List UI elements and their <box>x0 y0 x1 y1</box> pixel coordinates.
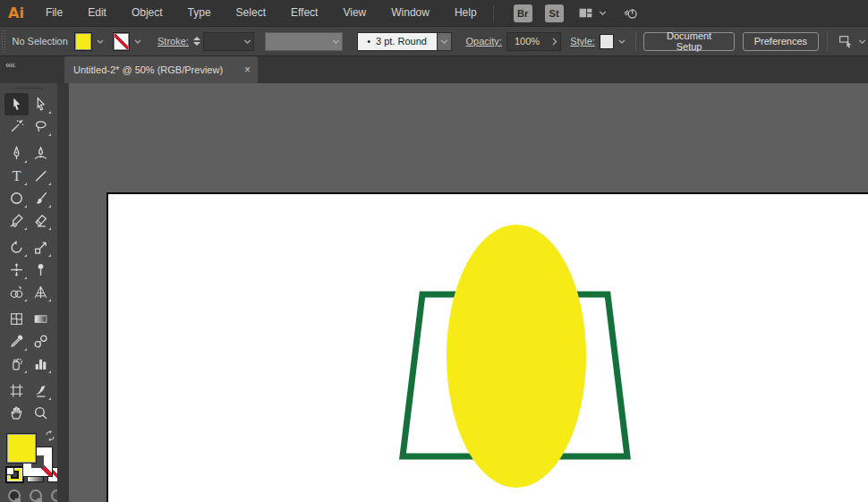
document-setup-button[interactable]: Document Setup <box>643 32 734 51</box>
tool-lasso[interactable] <box>29 115 53 138</box>
flyout-indicator <box>48 183 51 185</box>
curvature-icon <box>33 146 48 161</box>
tool-eyedropper[interactable] <box>4 330 29 353</box>
fill-color-swatch[interactable] <box>74 32 91 51</box>
tool-magic-wand[interactable] <box>4 115 29 138</box>
panel-switch-button[interactable] <box>838 34 868 49</box>
menu-file[interactable]: File <box>33 0 75 26</box>
tool-rotate[interactable] <box>4 236 29 259</box>
tool-width[interactable] <box>4 259 29 281</box>
tool-selection[interactable] <box>4 93 29 115</box>
collapse-panel-icon[interactable]: «« <box>5 59 14 70</box>
perspective-grid-icon <box>33 285 48 300</box>
fill-swatch[interactable] <box>6 433 37 464</box>
default-fill-stroke-icon[interactable] <box>6 467 21 480</box>
stock-button[interactable]: St <box>545 4 564 22</box>
menu-effect[interactable]: Effect <box>278 0 330 26</box>
tool-paintbrush[interactable] <box>29 187 53 209</box>
panel-switch-icon <box>838 34 854 49</box>
tool-puppet-warp[interactable] <box>29 259 53 281</box>
tool-curvature[interactable] <box>29 142 53 165</box>
tab-close-icon[interactable]: × <box>244 64 251 76</box>
control-bar: No Selection Stroke: • 3 pt. Round Opa <box>0 26 868 56</box>
chevron-down-icon[interactable] <box>95 36 106 47</box>
stepper-down-icon[interactable] <box>193 42 200 46</box>
menu-edit[interactable]: Edit <box>75 0 119 26</box>
flyout-indicator <box>48 133 51 136</box>
magic-wand-icon <box>9 119 24 134</box>
tool-type[interactable] <box>4 165 29 187</box>
width-icon <box>9 262 24 277</box>
tool-gradient[interactable] <box>29 308 53 330</box>
tool-perspective-grid[interactable] <box>29 281 53 303</box>
canvas[interactable] <box>69 83 868 502</box>
tool-blend[interactable] <box>29 330 53 353</box>
swap-fill-stroke-icon[interactable] <box>44 430 56 442</box>
tool-line-segment[interactable] <box>29 165 53 187</box>
tool-shape-builder[interactable] <box>4 281 29 303</box>
workspace-switcher[interactable] <box>578 5 608 21</box>
tool-hand[interactable] <box>4 402 29 424</box>
chevron-down-icon[interactable] <box>617 36 627 47</box>
opacity-label[interactable]: Opacity: <box>466 36 502 47</box>
flyout-indicator <box>48 205 51 208</box>
draw-normal-button[interactable] <box>8 489 21 502</box>
opacity-field[interactable]: 100% <box>506 32 561 51</box>
tool-scale[interactable] <box>29 236 53 259</box>
tool-zoom[interactable] <box>29 402 53 424</box>
flyout-indicator <box>24 254 27 257</box>
draw-behind-button[interactable] <box>30 489 42 502</box>
scale-icon <box>33 240 48 255</box>
panel-grip[interactable] <box>13 87 44 89</box>
tool-eraser[interactable] <box>29 209 53 232</box>
flyout-indicator <box>48 111 51 114</box>
fill-stroke-indicator <box>6 430 57 464</box>
stroke-weight-stepper[interactable] <box>193 37 200 46</box>
gradient-icon <box>33 311 48 327</box>
brush-preview-dot: • <box>367 36 370 47</box>
tool-direct-selection[interactable] <box>29 93 53 115</box>
document-tab[interactable]: Untitled-2* @ 50% (RGB/Preview) × <box>64 56 258 83</box>
tool-slice[interactable] <box>29 379 53 402</box>
menu-view[interactable]: View <box>330 0 379 26</box>
stepper-up-icon[interactable] <box>193 37 200 40</box>
artboard[interactable] <box>106 192 868 502</box>
tool-ellipse[interactable] <box>4 187 29 209</box>
style-label[interactable]: Style: <box>570 36 595 47</box>
menu-select[interactable]: Select <box>224 0 278 26</box>
chevron-right-icon[interactable] <box>549 36 560 47</box>
tool-shaper[interactable] <box>4 209 29 232</box>
control-bar-grip[interactable] <box>1 30 6 53</box>
stroke-weight-dropdown[interactable] <box>203 32 254 51</box>
brush-definition-dropdown[interactable]: • 3 pt. Round <box>357 32 452 51</box>
tool-symbol-sprayer[interactable] <box>4 353 29 375</box>
preferences-button[interactable]: Preferences <box>743 32 819 51</box>
style-swatch[interactable] <box>600 34 614 49</box>
tool-pen[interactable] <box>4 142 29 165</box>
flyout-indicator <box>24 160 27 163</box>
flyout-indicator <box>48 299 51 302</box>
menubar-divider <box>493 5 494 21</box>
tool-mesh[interactable] <box>4 308 29 330</box>
stroke-color-swatch[interactable] <box>113 32 130 51</box>
menu-type[interactable]: Type <box>175 0 224 26</box>
flyout-indicator <box>24 277 27 279</box>
stroke-weight-label[interactable]: Stroke: <box>157 36 189 47</box>
puppet-warp-icon <box>33 262 48 277</box>
menu-help[interactable]: Help <box>442 0 489 26</box>
eraser-icon <box>33 213 48 228</box>
tool-column-graph[interactable] <box>29 353 53 375</box>
pen-icon <box>9 146 24 161</box>
tools-panel-collapse[interactable]: «« <box>0 56 55 83</box>
draw-inside-button[interactable] <box>51 489 57 502</box>
bridge-button[interactable]: Br <box>514 4 532 22</box>
ellipse-shape[interactable] <box>447 225 586 488</box>
tool-artboard[interactable] <box>4 379 29 402</box>
gpu-performance-button[interactable] <box>623 5 638 21</box>
chevron-down-icon[interactable] <box>132 36 143 47</box>
menu-object[interactable]: Object <box>119 0 175 26</box>
tool-grid <box>4 93 53 424</box>
menu-window[interactable]: Window <box>379 0 442 26</box>
illustrator-window: Ai FileEditObjectTypeSelectEffectViewWin… <box>0 0 868 502</box>
artwork-layer <box>108 194 868 502</box>
